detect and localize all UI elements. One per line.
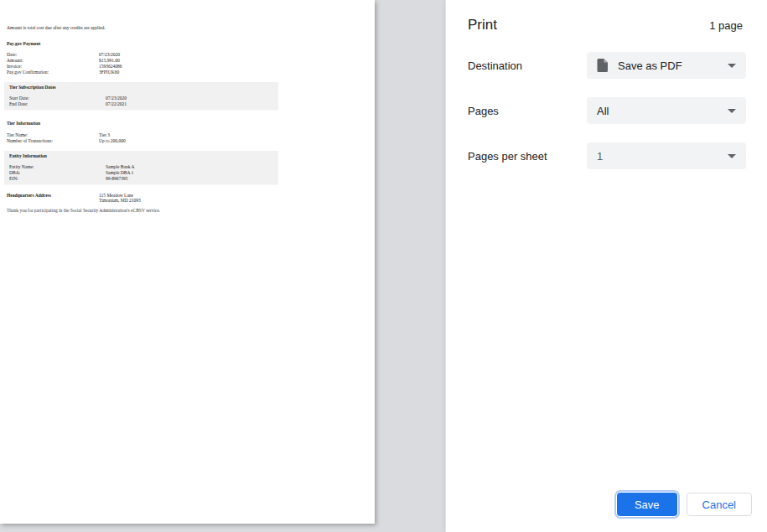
document-field-label: Date: bbox=[7, 52, 99, 58]
document-field-label: Amount: bbox=[7, 58, 99, 64]
document-field-value: 3FPIUK60 bbox=[99, 69, 119, 75]
document-field-value: Sample Bank A bbox=[106, 164, 135, 170]
document-field-row: DBA:Sample DBA 1 bbox=[7, 170, 278, 176]
pages-dropdown[interactable]: All bbox=[587, 97, 746, 124]
dialog-title: Print bbox=[468, 17, 497, 34]
document-field-label: Invoice: bbox=[7, 64, 99, 70]
document-section: Pay.gov PaymentDate:07/23/2020Amount:$15… bbox=[0, 40, 375, 75]
pages-label: Pages bbox=[468, 105, 587, 117]
document-sections: Pay.gov PaymentDate:07/23/2020Amount:$15… bbox=[0, 40, 375, 184]
document-field-row: End Date:07/22/2021 bbox=[7, 101, 278, 107]
document-field-value: 1593624086 bbox=[99, 64, 122, 70]
document-field-row: Date:07/23/2020 bbox=[0, 52, 375, 58]
cancel-button[interactable]: Cancel bbox=[687, 493, 752, 516]
print-preview-pane: Amount is total cost due after any credi… bbox=[0, 0, 445, 532]
document-field-row: Tier Name:Tier 3 bbox=[0, 132, 375, 138]
address-line-1: 115 Meadow Lane bbox=[99, 192, 141, 198]
document-field-label: EIN: bbox=[9, 176, 106, 182]
document-field-value: 07/23/2020 bbox=[99, 52, 120, 58]
print-settings-panel: Print 1 page Destination Save as PDF Pag… bbox=[445, 0, 767, 532]
document-field-label: Start Date: bbox=[9, 96, 106, 101]
document-field-row: Pay.gov Confirmation:3FPIUK60 bbox=[0, 69, 375, 75]
document-section-title: Tier Subscription Dates bbox=[9, 84, 278, 90]
document-field-label: Tier Name: bbox=[7, 132, 99, 138]
document-section: Tier InformationTier Name:Tier 3Number o… bbox=[0, 121, 375, 144]
dialog-footer: Save Cancel bbox=[617, 493, 752, 516]
panel-header: Print 1 page bbox=[446, 0, 767, 34]
settings-list: Destination Save as PDF Pages All Page bbox=[446, 52, 767, 169]
destination-dropdown[interactable]: Save as PDF bbox=[587, 52, 746, 79]
destination-row: Destination Save as PDF bbox=[468, 52, 746, 79]
document-section: Entity InformationEntity Name:Sample Ban… bbox=[4, 151, 278, 184]
document-field-row: Start Date:07/23/2020 bbox=[7, 96, 278, 101]
dropdown-arrow-icon bbox=[728, 154, 736, 158]
destination-value: Save as PDF bbox=[618, 59, 682, 72]
document-field-label: Pay.gov Confirmation: bbox=[7, 69, 99, 75]
document-field-label: DBA: bbox=[9, 170, 106, 176]
document-field-value: 07/22/2021 bbox=[106, 101, 127, 107]
document-section-rows: Tier Name:Tier 3Number of Transactions:U… bbox=[0, 132, 375, 144]
document-field-value: 07/23/2020 bbox=[106, 96, 127, 101]
pages-per-sheet-value: 1 bbox=[597, 150, 603, 163]
document-section-rows: Entity Name:Sample Bank ADBA:Sample DBA … bbox=[7, 164, 278, 181]
headquarters-address-value: 115 Meadow Lane Timonium, MD 21093 bbox=[99, 192, 141, 204]
headquarters-address-label: Headquarters Address bbox=[7, 192, 99, 204]
document-footer-text: Thank you for participating in the Socia… bbox=[7, 208, 375, 214]
document-field-value: Up to 200,000 bbox=[99, 137, 126, 143]
document-field-value: 99-8967395 bbox=[106, 176, 128, 182]
document-field-value: Sample DBA 1 bbox=[106, 170, 133, 176]
document-section-title: Tier Information bbox=[7, 121, 375, 127]
document-section-rows: Date:07/23/2020Amount:$15,991.00Invoice:… bbox=[0, 52, 375, 75]
pdf-file-icon bbox=[597, 59, 608, 72]
document-field-label: Number of Transactions: bbox=[7, 137, 99, 143]
page-count-label: 1 page bbox=[709, 19, 743, 32]
document-field-row: Amount:$15,991.00 bbox=[0, 58, 375, 64]
document-field-row: Invoice:1593624086 bbox=[0, 64, 375, 70]
document-field-row: Number of Transactions:Up to 200,000 bbox=[0, 137, 375, 143]
document-section-rows: Start Date:07/23/2020End Date:07/22/2021 bbox=[7, 96, 278, 107]
pages-value: All bbox=[597, 105, 609, 117]
document-section: Tier Subscription DatesStart Date:07/23/… bbox=[4, 82, 278, 111]
pages-per-sheet-dropdown[interactable]: 1 bbox=[587, 142, 746, 169]
document-intro-text: Amount is total cost due after any credi… bbox=[7, 25, 375, 30]
headquarters-address-row: Headquarters Address 115 Meadow Lane Tim… bbox=[0, 192, 375, 204]
document-content: Amount is total cost due after any credi… bbox=[0, 25, 375, 524]
address-line-2: Timonium, MD 21093 bbox=[99, 198, 141, 204]
save-button[interactable]: Save bbox=[617, 493, 677, 516]
document-field-label: End Date: bbox=[9, 101, 106, 107]
destination-label: Destination bbox=[468, 59, 587, 72]
document-page: Amount is total cost due after any credi… bbox=[0, 0, 375, 524]
pages-per-sheet-label: Pages per sheet bbox=[468, 150, 587, 163]
document-field-row: Entity Name:Sample Bank A bbox=[7, 164, 278, 170]
document-section-title: Pay.gov Payment bbox=[7, 40, 375, 46]
dropdown-arrow-icon bbox=[728, 109, 736, 113]
document-field-label: Entity Name: bbox=[9, 164, 106, 170]
document-field-row: EIN:99-8967395 bbox=[7, 176, 278, 182]
document-field-value: Tier 3 bbox=[99, 132, 110, 138]
document-section-title: Entity Information bbox=[9, 152, 278, 158]
pages-per-sheet-row: Pages per sheet 1 bbox=[468, 142, 746, 169]
document-field-value: $15,991.00 bbox=[99, 58, 120, 64]
dropdown-arrow-icon bbox=[728, 64, 736, 68]
pages-row: Pages All bbox=[468, 97, 746, 124]
